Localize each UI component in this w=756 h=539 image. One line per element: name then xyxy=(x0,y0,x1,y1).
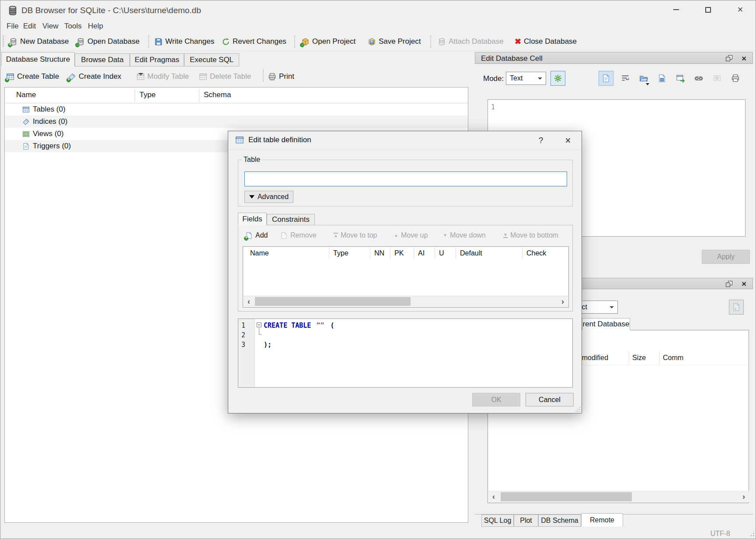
close-panel-icon[interactable]: × xyxy=(742,54,746,63)
menu-file[interactable]: File xyxy=(4,21,21,32)
scrollbar-thumb[interactable] xyxy=(501,492,632,501)
dialog-tab-fields[interactable]: Fields xyxy=(238,213,267,225)
attach-database-button[interactable]: Attach Database xyxy=(438,35,504,49)
fields-column-default[interactable]: Default xyxy=(460,249,482,257)
dialog-title-bar[interactable]: Edit table definition ? × xyxy=(228,131,582,150)
dialog-help-button[interactable]: ? xyxy=(533,134,548,147)
mode-combobox[interactable]: Text xyxy=(506,72,546,85)
edit-cell-panel-header[interactable]: Edit Database Cell × xyxy=(475,52,753,64)
dock-tab-sql-log[interactable]: SQL Log xyxy=(481,514,514,527)
toolbar-drag-handle[interactable] xyxy=(3,35,4,48)
modify-table-button[interactable]: Modify Table xyxy=(136,70,189,84)
clone-database-button[interactable] xyxy=(729,300,744,315)
scroll-right-arrow[interactable]: › xyxy=(739,491,749,502)
fields-column-type[interactable]: Type xyxy=(333,249,348,257)
views-icon xyxy=(22,130,30,138)
new-database-button[interactable]: New Database xyxy=(9,35,69,49)
dialog-close-button[interactable]: × xyxy=(561,134,575,147)
column-header-name[interactable]: Name xyxy=(16,91,36,99)
scrollbar-thumb[interactable] xyxy=(255,297,411,306)
code-fold-icon[interactable] xyxy=(257,322,261,327)
tree-row-indices[interactable]: Indices (0) xyxy=(5,116,468,128)
auto-apply-gear-icon xyxy=(554,74,562,83)
save-project-button[interactable]: Save Project xyxy=(368,35,421,49)
column-header-commit[interactable]: Comm xyxy=(663,354,683,362)
tab-browse-data[interactable]: Browse Data xyxy=(75,53,130,66)
close-database-button[interactable]: ✖ Close Database xyxy=(515,35,577,49)
move-to-top-button[interactable]: ▲ Move to top xyxy=(334,230,377,241)
apply-button[interactable]: Apply xyxy=(702,250,750,264)
remove-field-icon xyxy=(280,232,288,239)
maximize-button[interactable] xyxy=(697,1,719,18)
tree-row-tables[interactable]: Tables (0) xyxy=(5,103,468,116)
table-name-input[interactable] xyxy=(244,172,567,186)
fields-column-name[interactable]: Name xyxy=(250,249,269,257)
text-mode-button[interactable] xyxy=(599,71,613,86)
set-null-button[interactable] xyxy=(710,71,725,86)
fields-column-u[interactable]: U xyxy=(439,249,444,257)
fields-column-check[interactable]: Check xyxy=(526,249,546,257)
menu-bar: File Edit View Tools Help xyxy=(0,20,756,32)
menu-view[interactable]: View xyxy=(40,21,61,32)
copy-link-button[interactable] xyxy=(691,71,706,86)
ok-button[interactable]: OK xyxy=(472,393,520,406)
create-table-button[interactable]: Create Table xyxy=(6,70,59,84)
float-panel-icon[interactable] xyxy=(726,55,732,61)
create-index-button[interactable]: Create Index xyxy=(68,70,121,84)
scroll-left-arrow[interactable]: ‹ xyxy=(244,296,254,307)
fields-column-pk[interactable]: PK xyxy=(394,249,404,257)
window-resize-grip[interactable] xyxy=(749,531,755,537)
dock-tab-remote[interactable]: Remote xyxy=(581,513,623,527)
tab-execute-sql[interactable]: Execute SQL xyxy=(184,53,239,66)
column-header-type[interactable]: Type xyxy=(139,91,156,99)
print-cell-button[interactable] xyxy=(728,71,743,86)
write-changes-button[interactable]: Write Changes xyxy=(154,35,214,49)
dialog-tab-constraints[interactable]: Constraints xyxy=(267,214,315,225)
remove-field-button[interactable]: Remove xyxy=(280,230,317,241)
move-down-button[interactable]: ▼ Move down xyxy=(443,230,486,241)
revert-changes-button[interactable]: Revert Changes xyxy=(222,35,286,49)
import-text-button[interactable] xyxy=(636,71,651,86)
fields-column-nn[interactable]: NN xyxy=(374,249,384,257)
float-panel-icon[interactable] xyxy=(726,281,732,287)
dialog-resize-grip[interactable] xyxy=(575,406,580,412)
column-header-size[interactable]: Size xyxy=(632,354,646,362)
add-field-button[interactable]: Add xyxy=(245,230,268,241)
advanced-button[interactable]: Advanced xyxy=(244,191,293,203)
menu-tools[interactable]: Tools xyxy=(62,21,84,32)
dock-tab-db-schema[interactable]: DB Schema xyxy=(538,514,581,527)
menu-edit[interactable]: Edit xyxy=(21,21,38,32)
tab-current-database[interactable]: rent Database xyxy=(582,318,630,330)
text-document-icon xyxy=(602,74,610,83)
write-changes-icon xyxy=(154,38,163,46)
print-button[interactable]: Print xyxy=(268,70,294,84)
open-in-window-button[interactable] xyxy=(673,71,688,86)
sql-preview[interactable]: 1 2 3 CREATE TABLE""( ); xyxy=(238,318,573,388)
maximize-icon xyxy=(705,7,711,13)
title-bar: DB Browser for SQLite - C:\Users\turne\d… xyxy=(0,0,756,20)
tab-database-structure[interactable]: Database Structure xyxy=(1,52,75,66)
scroll-left-arrow[interactable]: ‹ xyxy=(488,491,499,502)
move-to-top-icon: ▲ xyxy=(334,233,338,238)
close-panel-icon[interactable]: × xyxy=(742,280,746,288)
dock-tab-plot[interactable]: Plot xyxy=(514,514,538,527)
minimize-button[interactable] xyxy=(665,1,687,18)
add-field-icon xyxy=(245,232,253,239)
move-up-button[interactable]: ▲ Move up xyxy=(394,230,428,241)
cancel-button[interactable]: Cancel xyxy=(526,393,574,406)
open-project-button[interactable]: Open Project xyxy=(301,35,355,49)
remote-horizontal-scrollbar[interactable]: ‹ › xyxy=(488,491,749,502)
scroll-right-arrow[interactable]: › xyxy=(557,296,568,307)
auto-apply-button[interactable] xyxy=(550,71,565,86)
move-to-bottom-button[interactable]: ▼ Move to bottom xyxy=(503,230,558,241)
open-database-button[interactable]: Open Database xyxy=(77,35,139,49)
fields-column-ai[interactable]: AI xyxy=(418,249,425,257)
column-header-schema[interactable]: Schema xyxy=(204,91,231,99)
delete-table-button[interactable]: Delete Table xyxy=(199,70,251,84)
tab-edit-pragmas[interactable]: Edit Pragmas xyxy=(130,53,184,66)
word-wrap-button[interactable] xyxy=(618,71,633,86)
menu-help[interactable]: Help xyxy=(85,21,106,32)
export-text-button[interactable] xyxy=(655,71,669,86)
close-button[interactable]: × xyxy=(729,1,752,18)
fields-horizontal-scrollbar[interactable]: ‹ › xyxy=(244,296,568,307)
